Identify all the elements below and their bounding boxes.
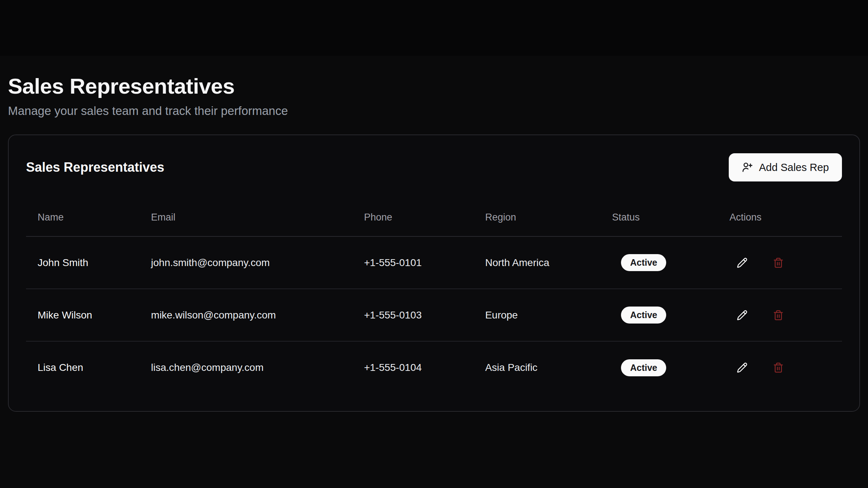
sales-reps-table: NameEmailPhoneRegionStatusActions John S… xyxy=(26,181,842,394)
cell-region: Europe xyxy=(473,289,600,341)
delete-button[interactable] xyxy=(771,255,786,270)
main-content: Sales Representatives Manage your sales … xyxy=(0,56,868,412)
table-body: John Smith john.smith@company.com +1-555… xyxy=(26,236,842,394)
status-badge: Active xyxy=(621,307,666,324)
column-header-status: Status xyxy=(600,181,718,236)
cell-phone: +1-555-0104 xyxy=(352,341,473,394)
table-row: John Smith john.smith@company.com +1-555… xyxy=(26,236,842,289)
table-row: Lisa Chen lisa.chen@company.com +1-555-0… xyxy=(26,341,842,394)
column-header-region: Region xyxy=(473,181,600,236)
cell-email: mike.wilson@company.com xyxy=(140,289,353,341)
trash-icon xyxy=(773,362,784,373)
cell-region: North America xyxy=(473,236,600,289)
edit-button[interactable] xyxy=(735,360,750,375)
delete-button[interactable] xyxy=(771,360,786,375)
status-badge: Active xyxy=(621,254,666,271)
add-sales-rep-label: Add Sales Rep xyxy=(759,162,829,174)
edit-button[interactable] xyxy=(735,308,750,323)
card-title: Sales Representatives xyxy=(26,160,164,175)
card-header: Sales Representatives Add Sales Rep xyxy=(26,153,842,181)
trash-icon xyxy=(773,310,784,321)
cell-actions xyxy=(718,341,842,394)
cell-region: Asia Pacific xyxy=(473,341,600,394)
page-subtitle: Manage your sales team and track their p… xyxy=(8,104,860,118)
cell-name: Lisa Chen xyxy=(26,341,140,394)
pencil-icon xyxy=(737,310,748,321)
cell-status: Active xyxy=(600,341,718,394)
column-header-email: Email xyxy=(140,181,353,236)
cell-status: Active xyxy=(600,236,718,289)
column-header-actions: Actions xyxy=(718,181,842,236)
cell-phone: +1-555-0101 xyxy=(352,236,473,289)
cell-name: John Smith xyxy=(26,236,140,289)
page-title: Sales Representatives xyxy=(8,74,860,98)
table-header-row: NameEmailPhoneRegionStatusActions xyxy=(26,181,842,236)
cell-email: lisa.chen@company.com xyxy=(140,341,353,394)
sales-reps-card: Sales Representatives Add Sales Rep Name… xyxy=(8,134,860,412)
cell-name: Mike Wilson xyxy=(26,289,140,341)
column-header-name: Name xyxy=(26,181,140,236)
status-badge: Active xyxy=(621,359,666,376)
delete-button[interactable] xyxy=(771,308,786,323)
user-plus-icon xyxy=(742,162,753,173)
row-actions xyxy=(735,308,842,323)
add-sales-rep-button[interactable]: Add Sales Rep xyxy=(729,153,842,181)
trash-icon xyxy=(773,257,784,268)
cell-actions xyxy=(718,236,842,289)
cell-email: john.smith@company.com xyxy=(140,236,353,289)
table-row: Mike Wilson mike.wilson@company.com +1-5… xyxy=(26,289,842,341)
top-bar xyxy=(0,0,868,56)
row-actions xyxy=(735,360,842,375)
cell-status: Active xyxy=(600,289,718,341)
pencil-icon xyxy=(737,257,748,268)
row-actions xyxy=(735,255,842,270)
edit-button[interactable] xyxy=(735,255,750,270)
cell-actions xyxy=(718,289,842,341)
pencil-icon xyxy=(737,362,748,373)
cell-phone: +1-555-0103 xyxy=(352,289,473,341)
column-header-phone: Phone xyxy=(352,181,473,236)
